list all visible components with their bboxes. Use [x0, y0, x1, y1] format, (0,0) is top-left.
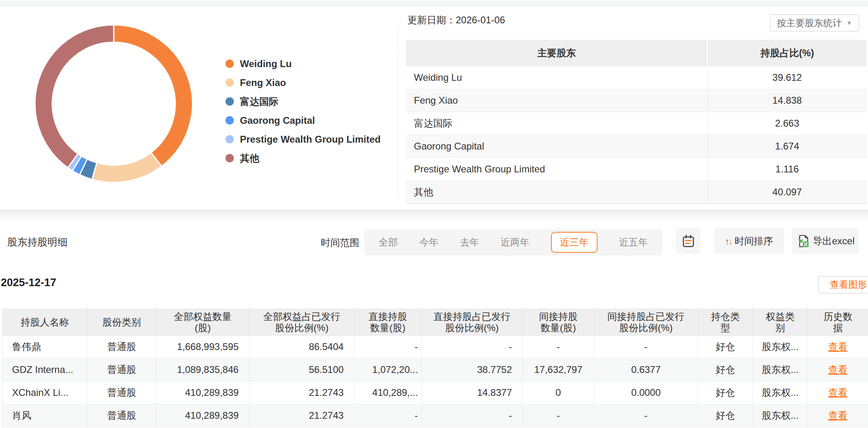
table-cell: -	[594, 404, 698, 427]
history-data-cell: 查看	[808, 358, 868, 381]
table-cell: 1,668,993,595	[156, 336, 249, 358]
legend-label: Gaorong Capital	[240, 115, 315, 126]
record-date: 2025-12-17	[1, 276, 56, 289]
holding-percent: 1.116	[708, 158, 866, 181]
table-cell: 股东权...	[753, 404, 808, 427]
table-cell: 股东权...	[753, 336, 808, 358]
table-cell: 0.6377	[594, 358, 698, 381]
panel-divider	[398, 28, 398, 197]
table-cell: 普通股	[87, 381, 156, 404]
legend-item[interactable]: 富达国际	[225, 92, 381, 111]
column-header: 主要股东	[406, 40, 708, 66]
table-cell: 410,289,839	[156, 404, 249, 427]
column-header: 间接持股 数量(股)	[522, 309, 594, 336]
donut-slice[interactable]	[92, 153, 162, 182]
section-title: 股东持股明细	[7, 236, 68, 249]
table-row: Prestige Wealth Group Limited1.116	[406, 158, 866, 181]
table-row: 富达国际2.663	[406, 112, 866, 135]
excel-export-icon	[796, 234, 810, 248]
table-cell: 14.8377	[421, 381, 522, 404]
time-range-tabs: 全部今年去年近两年近三年近五年	[364, 229, 662, 256]
legend-item[interactable]: Prestige Wealth Group Limited	[225, 130, 381, 149]
stats-mode-dropdown[interactable]: 按主要股东统计 ▼	[770, 14, 859, 31]
view-history-link[interactable]: 查看	[828, 364, 848, 375]
table-cell: -	[594, 336, 698, 358]
table-row: Gaorong Capital1.674	[406, 135, 866, 158]
time-range-tab[interactable]: 今年	[419, 236, 438, 249]
table-cell: 好仓	[698, 358, 753, 381]
table-row: Feng Xiao14.838	[406, 89, 866, 112]
export-excel-button[interactable]: 导出excel	[792, 228, 859, 254]
time-range-tab[interactable]: 近两年	[501, 236, 530, 249]
holding-percent: 39.612	[708, 66, 866, 89]
table-row: GDZ Interna...普通股1,089,835,84656.51001,0…	[2, 358, 868, 381]
legend-dot-icon	[225, 97, 234, 106]
table-cell: 0	[522, 381, 594, 404]
column-header: 历史数 据	[808, 309, 868, 336]
table-cell: 1,072,20...	[354, 358, 422, 381]
view-history-link[interactable]: 查看	[828, 387, 848, 398]
sort-arrows-icon: ↑↓	[725, 236, 734, 247]
table-cell: -	[354, 336, 422, 358]
export-excel-label: 导出excel	[813, 235, 854, 248]
table-cell: 鲁伟鼎	[2, 336, 88, 358]
time-range-tab[interactable]: 去年	[460, 236, 479, 249]
legend-label: 其他	[240, 152, 259, 165]
donut-slice[interactable]	[114, 25, 192, 166]
calendar-button[interactable]	[676, 228, 700, 254]
chart-legend: Weiding LuFeng Xiao富达国际Gaorong CapitalPr…	[225, 54, 381, 168]
view-history-link[interactable]: 查看	[828, 410, 848, 421]
table-cell: 好仓	[698, 381, 753, 404]
table-cell: -	[421, 404, 522, 427]
table-cell: 0.0000	[594, 381, 698, 404]
table-row: 其他40.097	[406, 181, 866, 204]
table-row: 肖风普通股410,289,83921.2743----好仓股东权...查看	[2, 404, 868, 427]
table-cell: 1,089,835,846	[156, 358, 249, 381]
table-cell: -	[522, 336, 594, 358]
legend-item[interactable]: 其他	[225, 149, 381, 168]
table-cell: XChainX Li...	[2, 381, 88, 404]
table-row: XChainX Li...普通股410,289,83921.2743410,28…	[2, 381, 868, 404]
shareholder-name: Gaorong Capital	[406, 135, 708, 158]
column-header: 持仓类 型	[698, 309, 753, 336]
shareholder-name: 富达国际	[406, 112, 708, 135]
time-sort-button[interactable]: ↑↓ 时间排序	[714, 228, 784, 254]
calendar-icon	[682, 234, 695, 248]
time-sort-label: 时间排序	[735, 235, 773, 248]
table-cell: GDZ Interna...	[2, 358, 88, 381]
holding-percent: 14.838	[708, 89, 866, 112]
time-range-tab[interactable]: 近五年	[619, 236, 648, 249]
legend-item[interactable]: Weiding Lu	[225, 54, 381, 73]
column-header: 全部权益数量 (股)	[156, 309, 249, 336]
legend-item[interactable]: Feng Xiao	[225, 73, 381, 92]
time-range-tab[interactable]: 全部	[379, 236, 398, 249]
view-chart-button[interactable]: 查看图形	[818, 276, 868, 293]
table-cell: 38.7752	[421, 358, 522, 381]
shareholding-donut-chart[interactable]	[33, 23, 194, 184]
table-cell: 21.2743	[249, 404, 354, 427]
table-cell: 股东权...	[753, 358, 808, 381]
stats-mode-value: 按主要股东统计	[777, 17, 842, 29]
donut-slice[interactable]	[35, 25, 114, 168]
column-header: 直接持股 数量(股)	[354, 309, 422, 336]
holding-percent: 40.097	[708, 181, 866, 204]
time-range-tab[interactable]: 近三年	[551, 232, 598, 253]
table-cell: 普通股	[87, 358, 156, 381]
view-history-link[interactable]: 查看	[828, 341, 848, 352]
table-cell: 21.2743	[249, 381, 354, 404]
legend-item[interactable]: Gaorong Capital	[225, 111, 381, 130]
legend-dot-icon	[225, 154, 234, 162]
legend-label: Weiding Lu	[240, 58, 292, 70]
table-cell: -	[354, 404, 422, 427]
shareholder-name: Feng Xiao	[406, 89, 708, 112]
table-cell: 普通股	[87, 404, 156, 427]
shareholder-name: 其他	[406, 181, 708, 204]
column-header: 持股占比(%)	[708, 40, 866, 66]
legend-dot-icon	[225, 116, 234, 125]
view-chart-label: 查看图形	[830, 279, 867, 291]
chevron-down-icon: ▼	[847, 20, 852, 26]
top-strip	[0, 0, 868, 6]
shareholder-name: Weiding Lu	[406, 66, 708, 89]
legend-dot-icon	[225, 135, 234, 143]
table-cell: 17,632,797	[522, 358, 594, 381]
